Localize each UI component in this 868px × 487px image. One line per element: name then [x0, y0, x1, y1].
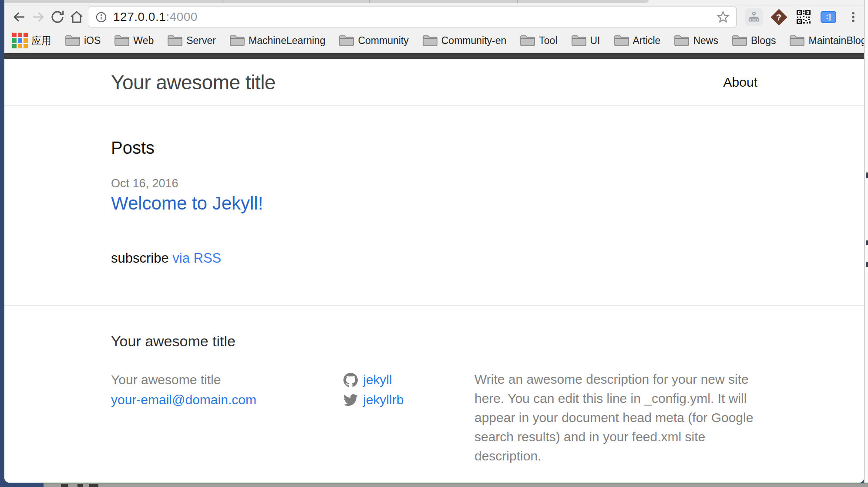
- folder-icon: [674, 34, 690, 47]
- post-title-link[interactable]: Welcome to Jekyll!: [111, 193, 263, 214]
- sitemap-extension-button[interactable]: [745, 8, 763, 26]
- bookmark-label: Tool: [539, 35, 557, 47]
- footer-heading: Your awesome title: [111, 333, 757, 350]
- dock-bar: [44, 483, 868, 487]
- site-footer: Your awesome title Your awesome title yo…: [4, 305, 864, 466]
- bookmark-folder-maintainblog[interactable]: MaintainBlog: [789, 34, 864, 47]
- folder-icon: [229, 34, 245, 47]
- bookmark-apps[interactable]: 应用: [12, 33, 51, 48]
- bookmark-folder-web[interactable]: Web: [114, 34, 154, 47]
- qr-code-icon: [796, 10, 811, 24]
- apps-grid-icon: [12, 33, 28, 48]
- footer-social-column: jekyll jekyllrb: [343, 370, 474, 410]
- footer-email-link[interactable]: your-email@domain.com: [111, 392, 256, 407]
- dock-icon-fragment: [89, 484, 98, 487]
- bookmark-folder-ui[interactable]: UI: [571, 34, 600, 47]
- bookmark-folder-ios[interactable]: iOS: [65, 34, 101, 47]
- footer-site-name: Your awesome title: [111, 370, 343, 390]
- folder-icon: [732, 34, 747, 47]
- post-list-item: Oct 16, 2016 Welcome to Jekyll!: [111, 177, 757, 214]
- bookmark-folder-tool[interactable]: Tool: [520, 34, 557, 47]
- forward-icon: [30, 9, 46, 25]
- bookmark-label: 应用: [31, 34, 51, 47]
- sitemap-icon: [748, 11, 760, 23]
- extensions-area: ? :]: [745, 8, 862, 26]
- reload-icon: [50, 9, 65, 25]
- subscribe-line: subscribe via RSS: [111, 250, 757, 266]
- web-page: Your awesome title About Posts Oct 16, 2…: [4, 59, 864, 483]
- bookmark-label: UI: [590, 35, 600, 47]
- bookmark-label: MachineLearning: [249, 35, 325, 47]
- star-icon: [716, 10, 730, 24]
- bookmark-star-button[interactable]: [716, 10, 730, 24]
- page-content: Posts Oct 16, 2016 Welcome to Jekyll! su…: [4, 106, 864, 466]
- forward-button[interactable]: [29, 7, 48, 27]
- site-title-link[interactable]: Your awesome title: [111, 71, 276, 94]
- nav-about-link[interactable]: About: [723, 75, 757, 89]
- background-window-text-fragment: [866, 172, 868, 178]
- site-header: Your awesome title About: [4, 59, 864, 106]
- bookmarks-bar: 应用 iOS Web Server MachineLearning Commun…: [4, 28, 864, 53]
- folder-icon: [571, 34, 587, 47]
- folder-icon: [339, 34, 354, 47]
- folder-icon: [789, 34, 805, 47]
- site-nav: About: [723, 75, 757, 90]
- back-icon: [11, 9, 27, 25]
- home-icon: [69, 9, 84, 25]
- bookmark-label: News: [693, 35, 718, 47]
- folder-icon: [614, 34, 629, 47]
- three-dots-menu-icon: [847, 10, 860, 24]
- dock-icon-fragment: [61, 484, 68, 487]
- bookmark-folder-news[interactable]: News: [674, 34, 718, 47]
- bookmark-label: Blogs: [751, 35, 776, 47]
- footer-github-link[interactable]: jekyll: [363, 370, 392, 390]
- folder-icon: [114, 34, 130, 47]
- background-window-sliver: [864, 0, 868, 483]
- footer-description: Write an awesome description for your ne…: [474, 370, 757, 466]
- bookmark-folder-community-en[interactable]: Community-en: [422, 34, 507, 47]
- footer-twitter-link[interactable]: jekyllrb: [363, 390, 404, 410]
- twitter-icon: [343, 392, 358, 407]
- bookmark-folder-blogs[interactable]: Blogs: [732, 34, 776, 47]
- bookmark-folder-machinelearning[interactable]: MachineLearning: [229, 34, 325, 47]
- tag-extension-button[interactable]: :]: [820, 8, 837, 26]
- browser-tabs[interactable]: [4, 0, 649, 3]
- bookmark-folder-server[interactable]: Server: [167, 34, 216, 47]
- reload-button[interactable]: [48, 7, 67, 27]
- browser-toolbar: 127.0.0.1:4000 ?: [4, 6, 864, 28]
- folder-icon: [520, 34, 535, 47]
- address-bar[interactable]: 127.0.0.1:4000: [88, 7, 737, 27]
- folder-icon: [422, 34, 438, 47]
- post-date: Oct 16, 2016: [111, 177, 757, 190]
- browser-menu-button[interactable]: [844, 8, 862, 26]
- bookmark-label: Server: [186, 35, 216, 47]
- page-top-border: [4, 53, 864, 59]
- question-extension-button[interactable]: ?: [770, 8, 787, 26]
- url-text[interactable]: 127.0.0.1:4000: [113, 10, 198, 24]
- folder-icon: [167, 34, 183, 47]
- background-window-text-fragment: [866, 262, 868, 267]
- footer-description-column: Write an awesome description for your ne…: [474, 370, 757, 466]
- bookmark-label: Article: [633, 35, 661, 47]
- subscribe-text: subscribe: [111, 250, 169, 266]
- dock-icon-fragment: [77, 484, 83, 487]
- tab-strip[interactable]: [4, 0, 864, 6]
- home-button[interactable]: [67, 7, 86, 27]
- rss-link[interactable]: via RSS: [172, 250, 221, 266]
- qr-extension-button[interactable]: [795, 8, 812, 26]
- tag-smiley-icon: :]: [821, 11, 836, 23]
- bookmark-folder-community[interactable]: Community: [339, 34, 408, 47]
- bookmark-label: Community: [358, 35, 408, 47]
- bookmark-label: Community-en: [441, 35, 507, 47]
- footer-contact-column: Your awesome title your-email@domain.com: [111, 370, 343, 410]
- back-button[interactable]: [10, 7, 29, 27]
- folder-icon: [65, 34, 81, 47]
- bookmark-folder-article[interactable]: Article: [614, 34, 661, 47]
- bookmark-label: Web: [133, 35, 154, 47]
- posts-heading: Posts: [111, 138, 757, 158]
- background-window-text-fragment: [866, 240, 868, 245]
- site-info-icon[interactable]: [95, 11, 107, 23]
- question-diamond-icon: ?: [770, 9, 787, 25]
- bookmark-label: MaintainBlog: [808, 35, 864, 47]
- github-icon: [343, 372, 358, 387]
